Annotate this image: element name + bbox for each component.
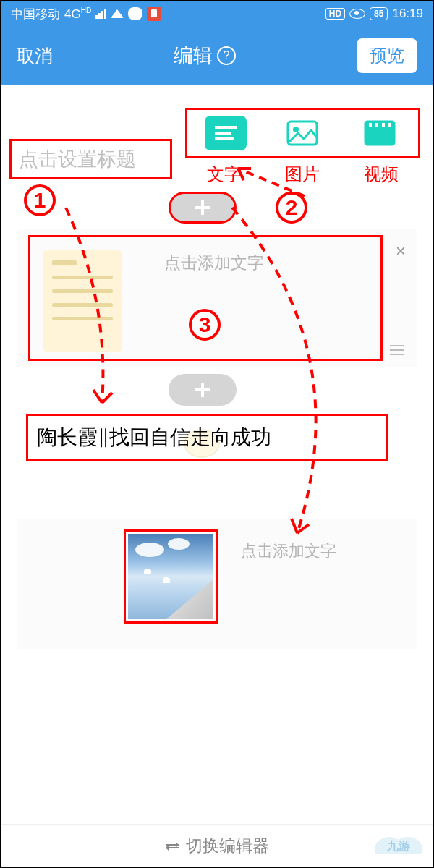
app-notification-icon — [147, 7, 161, 21]
svg-point-4 — [293, 127, 299, 132]
carrier-label: 中国移动 — [11, 6, 60, 22]
status-right: HD 85 16:19 — [326, 7, 423, 21]
status-left: 中国移动 4GHD — [11, 6, 161, 22]
example-headline: 陶长霞‖找回自信走向成功 — [26, 414, 388, 461]
hd-badge: HD — [326, 8, 345, 20]
drag-handle-icon[interactable] — [390, 345, 404, 355]
help-icon[interactable]: ? — [217, 46, 236, 65]
cancel-button[interactable]: 取消 — [17, 44, 53, 68]
image-label: 图片 — [285, 163, 320, 186]
watermark: 九游 — [370, 833, 427, 861]
add-section-button[interactable] — [169, 192, 237, 224]
preview-button[interactable]: 预览 — [357, 38, 417, 73]
annotation-badge-3: 3 — [189, 309, 221, 341]
svg-rect-0 — [215, 126, 237, 129]
text-section-card[interactable]: 点击添加文字 × — [17, 229, 417, 367]
bottom-bar: 切换编辑器 — [1, 824, 433, 867]
text-label: 文字 — [207, 163, 242, 186]
add-section-button-2[interactable] — [169, 374, 237, 406]
app-bar: 取消 编辑 ? 预览 — [1, 27, 433, 85]
status-bar: 中国移动 4GHD HD 85 16:19 — [1, 1, 433, 27]
toolbar-labels: 文字 图片 视频 — [185, 163, 420, 186]
svg-rect-9 — [382, 123, 385, 127]
delete-section-button[interactable]: × — [396, 241, 406, 261]
text-hint: 点击添加文字 — [164, 252, 264, 274]
text-block-icon — [43, 250, 122, 352]
clock: 16:19 — [392, 7, 423, 21]
annotation-badge-2: 2 — [276, 192, 307, 224]
annotation-box-3: 点击添加文字 — [28, 235, 383, 361]
sky-thumbnail — [128, 534, 213, 619]
svg-rect-1 — [215, 132, 231, 135]
eye-icon — [349, 9, 365, 19]
swap-icon — [166, 844, 179, 848]
svg-rect-7 — [369, 123, 372, 127]
svg-rect-14 — [195, 388, 210, 391]
annotation-badge-1: 1 — [24, 184, 56, 216]
wifi-icon — [111, 9, 124, 18]
signal-icon — [95, 9, 106, 19]
insert-toolbar — [185, 108, 420, 158]
switch-editor-button[interactable]: 切换编辑器 — [186, 835, 269, 857]
svg-rect-12 — [195, 206, 210, 209]
wechat-icon — [128, 7, 142, 20]
svg-rect-8 — [375, 123, 378, 127]
battery-icon: 85 — [370, 7, 388, 20]
video-label: 视频 — [364, 163, 399, 186]
svg-rect-10 — [388, 123, 391, 127]
page-title: 编辑 ? — [174, 43, 236, 69]
svg-text:九游: 九游 — [386, 840, 410, 852]
insert-image-button[interactable] — [281, 116, 323, 150]
example-image — [124, 529, 218, 624]
network-label: 4GHD — [64, 7, 91, 22]
image-hint: 点击添加文字 — [241, 540, 336, 562]
svg-rect-2 — [215, 137, 234, 140]
title-input[interactable]: 点击设置标题 — [9, 139, 172, 179]
insert-text-button[interactable] — [205, 116, 247, 150]
insert-video-button[interactable] — [359, 116, 401, 150]
